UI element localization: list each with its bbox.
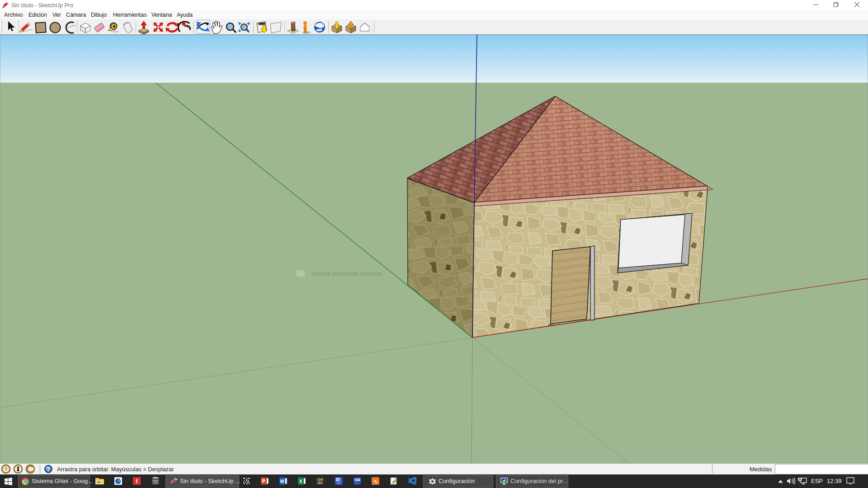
- svg-text:BA: BA: [318, 481, 322, 484]
- svg-text:DEV: DEV: [355, 479, 360, 481]
- svg-text:∿: ∿: [373, 479, 377, 484]
- svg-text:VB: VB: [336, 479, 340, 481]
- svg-text:X: X: [299, 479, 302, 484]
- svg-text:W: W: [280, 479, 284, 484]
- svg-text:P: P: [262, 479, 265, 483]
- svg-text:C++: C++: [355, 482, 359, 484]
- svg-text:?: ?: [47, 466, 50, 473]
- svg-text:Recorte de pantalla completa: Recorte de pantalla completa: [311, 270, 382, 277]
